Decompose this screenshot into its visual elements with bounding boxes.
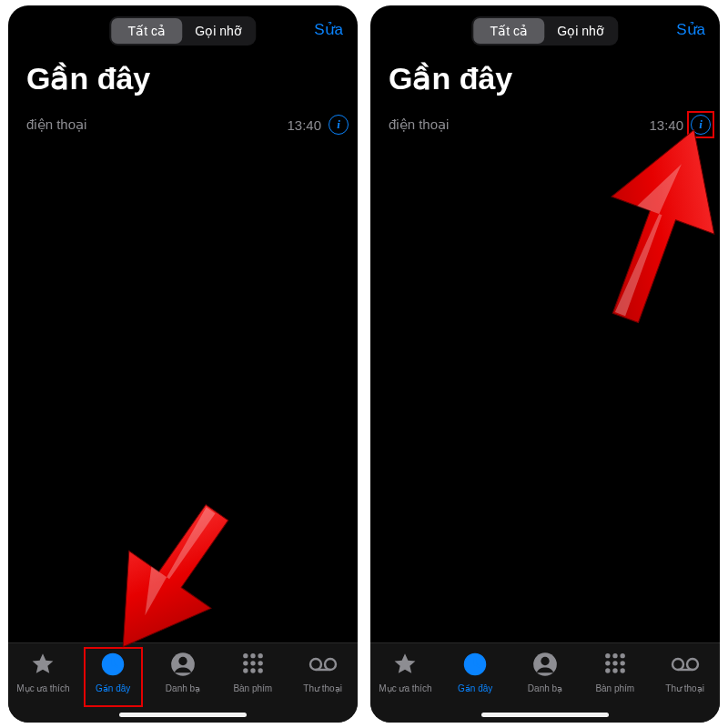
recents-segmented-control[interactable]: Tất cả Gọi nhỡ (109, 16, 256, 46)
top-bar: Tất cả Gọi nhỡ Sửa (8, 5, 358, 51)
svg-point-18 (605, 653, 610, 658)
tab-label: Bàn phím (595, 683, 634, 693)
svg-point-10 (250, 668, 255, 672)
svg-point-19 (612, 653, 617, 658)
svg-point-2 (178, 657, 187, 665)
recent-call-row[interactable]: điện thoại 13:40 i (8, 111, 358, 146)
tab-label: Thư thoại (303, 683, 342, 693)
svg-point-21 (605, 661, 610, 665)
tab-label: Thư thoại (665, 683, 704, 693)
tab-bar: Mục ưa thích Gần đây Danh bạ Bàn phím Th… (370, 642, 720, 723)
svg-point-5 (258, 653, 262, 658)
tab-label: Mục ưa thích (379, 683, 431, 693)
recent-call-row[interactable]: điện thoại 13:40 i (370, 111, 720, 146)
svg-point-11 (258, 668, 262, 672)
call-time: 13:40 (649, 117, 683, 133)
svg-point-26 (620, 668, 624, 672)
tab-keypad[interactable]: Bàn phím (580, 649, 650, 723)
call-time: 13:40 (287, 117, 321, 133)
tab-recents[interactable]: Gần đây (440, 649, 511, 723)
tab-label: Danh bạ (528, 683, 562, 693)
svg-point-28 (687, 659, 698, 670)
svg-point-25 (612, 668, 617, 672)
annotation-arrow-icon (578, 124, 720, 324)
svg-point-20 (620, 653, 624, 658)
svg-point-22 (612, 661, 617, 665)
segment-missed[interactable]: Gọi nhỡ (544, 18, 616, 44)
phone-screen-left: Tất cả Gọi nhỡ Sửa Gần đây điện thoại 13… (8, 5, 358, 723)
svg-point-13 (325, 659, 336, 670)
page-title: Gần đây (389, 60, 720, 96)
top-bar: Tất cả Gọi nhỡ Sửa (370, 5, 720, 51)
tab-recents[interactable]: Gần đây (78, 649, 148, 723)
tab-keypad[interactable]: Bàn phím (217, 649, 288, 723)
svg-point-24 (605, 668, 610, 672)
svg-point-7 (250, 661, 255, 665)
tab-contacts[interactable]: Danh bạ (511, 649, 581, 723)
home-indicator[interactable] (481, 713, 609, 717)
call-name: điện thoại (389, 116, 649, 133)
svg-point-4 (250, 653, 255, 658)
tab-voicemail[interactable]: Thư thoại (650, 649, 720, 723)
tab-label: Gần đây (458, 683, 492, 693)
edit-button[interactable]: Sửa (314, 20, 343, 39)
svg-point-27 (672, 659, 683, 670)
segment-all[interactable]: Tất cả (473, 18, 544, 44)
recents-segmented-control[interactable]: Tất cả Gọi nhỡ (471, 16, 618, 46)
tab-favorites[interactable]: Mục ưa thích (8, 649, 78, 723)
segment-all[interactable]: Tất cả (111, 18, 182, 44)
tab-label: Mục ưa thích (16, 683, 69, 693)
tab-label: Bàn phím (233, 683, 272, 693)
tab-favorites[interactable]: Mục ưa thích (370, 649, 440, 723)
phone-screen-right: Tất cả Gọi nhỡ Sửa Gần đây điện thoại 13… (370, 5, 720, 723)
svg-point-3 (243, 653, 248, 658)
info-icon[interactable]: i (329, 115, 349, 135)
home-indicator[interactable] (119, 713, 247, 717)
svg-point-8 (258, 661, 262, 665)
segment-missed[interactable]: Gọi nhỡ (182, 18, 254, 44)
tab-label: Danh bạ (166, 683, 200, 693)
tab-contacts[interactable]: Danh bạ (148, 649, 218, 723)
svg-point-12 (310, 659, 321, 670)
svg-point-23 (620, 661, 624, 665)
tab-label: Gần đây (96, 683, 130, 693)
tab-voicemail[interactable]: Thư thoại (288, 649, 358, 723)
svg-point-17 (541, 657, 549, 665)
call-name: điện thoại (26, 116, 287, 133)
svg-point-6 (243, 661, 248, 665)
page-title: Gần đây (26, 60, 358, 96)
info-icon[interactable]: i (691, 115, 711, 135)
edit-button[interactable]: Sửa (676, 20, 705, 39)
tab-bar: Mục ưa thích Gần đây Danh bạ Bàn phím Th… (8, 642, 358, 723)
svg-point-9 (243, 668, 248, 672)
